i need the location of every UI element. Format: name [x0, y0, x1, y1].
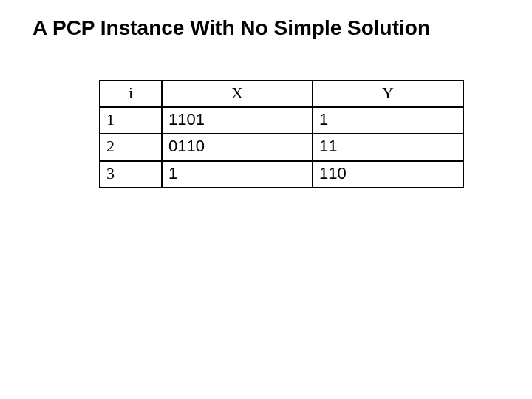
header-x: X [162, 81, 313, 107]
slide: A PCP Instance With No Simple Solution i… [0, 0, 532, 399]
table-row: 1 1101 1 [100, 107, 463, 134]
cell-x: 1101 [162, 107, 313, 134]
pcp-table: i X Y 1 1101 1 2 0110 11 3 1 110 [99, 80, 464, 188]
cell-i: 3 [100, 161, 162, 188]
cell-x: 1 [162, 161, 313, 188]
page-title: A PCP Instance With No Simple Solution [33, 16, 430, 40]
cell-y: 1 [313, 107, 463, 134]
cell-x: 0110 [162, 134, 313, 160]
header-y: Y [313, 81, 463, 107]
cell-y: 11 [313, 134, 463, 160]
cell-y: 110 [313, 161, 463, 188]
cell-i: 1 [100, 107, 162, 134]
table-row: 3 1 110 [100, 161, 463, 188]
header-i: i [100, 81, 162, 107]
cell-i: 2 [100, 134, 162, 160]
table-row: 2 0110 11 [100, 134, 463, 160]
table-header-row: i X Y [100, 81, 463, 107]
